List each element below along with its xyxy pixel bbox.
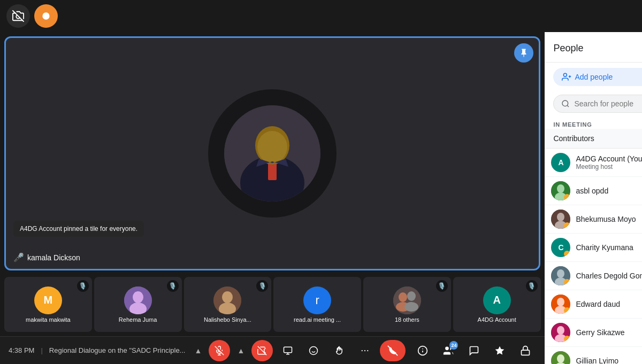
person-avatar: C — [551, 238, 570, 257]
person-avatar — [551, 266, 570, 285]
person-subtitle: Meeting host — [576, 163, 642, 171]
add-people-button[interactable]: Add people — [553, 68, 642, 86]
thumb-name: makwita makwita — [24, 316, 73, 323]
person-row[interactable]: Edward daud — [545, 290, 642, 319]
thumb-a4dg[interactable]: 🎙️ A A4DG Account — [453, 277, 541, 332]
lock-button[interactable] — [515, 340, 536, 361]
person-avatar: A — [551, 153, 570, 172]
cam-chevron[interactable]: ▲ — [234, 344, 247, 357]
panel-header: People ✕ — [545, 32, 642, 63]
person-info: Gerry Sikazwe — [576, 328, 642, 337]
main-area: 🎤 kamala Dickson A4DG Account pinned a t… — [0, 32, 642, 364]
thumbnail-strip: 🎙️ M makwita makwita 🎙️ Rehema Juma — [0, 275, 545, 336]
svg-point-80 — [557, 326, 564, 335]
svg-point-6 — [257, 131, 287, 163]
thumb-nalishebo[interactable]: 🎙️ Nalishebo Sinya... — [184, 277, 272, 332]
thumb-name: Rehema Juma — [117, 316, 159, 323]
thumb-makwita[interactable]: 🎙️ M makwita makwita — [4, 277, 92, 332]
thumb-rehema[interactable]: 🎙️ Rehema Juma — [94, 277, 182, 332]
person-name: Gerry Sikazwe — [576, 328, 642, 337]
svg-point-87 — [557, 354, 564, 363]
search-box[interactable] — [553, 95, 642, 113]
bottom-bar: 4:38 PM | Regional Dialogue on the "SADC… — [0, 336, 545, 364]
svg-rect-37 — [522, 350, 530, 355]
mute-icon: 🎙️ — [256, 280, 268, 292]
svg-point-29 — [364, 350, 365, 351]
svg-rect-22 — [284, 347, 292, 353]
person-name: Charity Kyumana — [576, 243, 642, 252]
person-row[interactable]: Gillian Lyimo — [545, 347, 642, 364]
svg-point-14 — [399, 292, 407, 302]
record-button[interactable] — [34, 4, 58, 28]
thumb-avatar: r — [303, 286, 331, 314]
people-panel-button[interactable]: 24 — [438, 340, 459, 361]
emoji-button[interactable] — [303, 340, 324, 361]
mute-icon: 🎙️ — [436, 280, 448, 292]
people-badge: 24 — [449, 341, 458, 350]
svg-point-11 — [222, 291, 233, 303]
raise-hand-button[interactable] — [328, 340, 350, 361]
thumb-others[interactable]: 🎙️ 18 others — [363, 277, 451, 332]
thumb-avatar: M — [34, 286, 62, 314]
in-meeting-label: IN MEETING — [545, 118, 642, 129]
person-info: A4DG Account (You) Meeting host — [576, 154, 642, 171]
thumb-avatar: A — [483, 286, 511, 314]
svg-point-41 — [562, 100, 568, 106]
info-icon-button[interactable] — [412, 340, 433, 361]
person-name: Edward daud — [576, 300, 642, 308]
person-avatar — [551, 295, 570, 314]
search-icon — [561, 99, 570, 108]
svg-point-25 — [310, 346, 318, 354]
activities-button[interactable] — [489, 340, 510, 361]
person-info: Charles Degold Gomez — [576, 272, 642, 280]
person-info: Bhekumusa Moyo — [576, 215, 642, 223]
svg-line-42 — [568, 105, 569, 107]
pin-button[interactable] — [514, 43, 533, 63]
person-row[interactable]: Gerry Sikazwe — [545, 319, 642, 347]
person-row[interactable]: A A4DG Account (You) Meeting host — [545, 149, 642, 177]
person-row[interactable]: Charles Degold Gomez — [545, 262, 642, 290]
person-avatar — [551, 210, 570, 229]
thumb-name: read.ai meeting ... — [292, 316, 343, 323]
chat-button[interactable] — [463, 340, 485, 361]
svg-point-28 — [362, 350, 363, 351]
person-row[interactable]: C Charity Kyumana — [545, 234, 642, 262]
bottom-right-icons: 24 — [412, 340, 536, 361]
camera-off-button[interactable] — [6, 4, 30, 28]
svg-point-17 — [404, 302, 418, 312]
contributors-row: Contributors 24 — [545, 129, 642, 149]
more-options-button[interactable] — [354, 340, 376, 361]
camera-button[interactable] — [251, 340, 273, 361]
person-avatar — [551, 351, 570, 364]
svg-point-38 — [564, 73, 567, 76]
present-button[interactable] — [277, 340, 299, 361]
mic-chevron[interactable]: ▲ — [192, 344, 204, 357]
main-video: 🎤 kamala Dickson A4DG Account pinned a t… — [4, 36, 540, 270]
time-display: 4:38 PM — [9, 346, 34, 354]
thumb-name: A4DG Account — [476, 316, 518, 323]
svg-line-31 — [388, 345, 398, 355]
person-info: Gillian Lyimo — [576, 357, 642, 364]
people-list: A A4DG Account (You) Meeting host — [545, 149, 642, 364]
top-bar — [0, 0, 642, 32]
person-row[interactable]: asbl opdd — [545, 177, 642, 205]
search-input[interactable] — [574, 99, 642, 108]
meeting-title: Regional Dialogue on the "SADC Principle… — [49, 346, 186, 354]
participant-name-label: 🎤 kamala Dickson — [13, 252, 80, 262]
person-name: A4DG Account (You) — [576, 154, 642, 163]
person-row[interactable]: Bhekumusa Moyo — [545, 205, 642, 234]
svg-marker-36 — [495, 346, 505, 354]
bottom-controls: ▲ ▲ — [192, 340, 406, 361]
thumb-name: Nalishebo Sinya... — [202, 316, 254, 323]
svg-point-66 — [557, 269, 564, 278]
svg-line-0 — [13, 11, 24, 21]
mute-icon: 🎙️ — [526, 280, 538, 292]
toast-notification: A4DG Account pinned a tile for everyone. — [13, 221, 144, 237]
end-call-button[interactable] — [380, 340, 406, 361]
mic-button[interactable] — [209, 340, 230, 361]
thumb-readai[interactable]: r read.ai meeting ... — [273, 277, 361, 332]
svg-point-48 — [557, 184, 564, 193]
separator: | — [41, 346, 42, 354]
svg-point-55 — [557, 213, 564, 221]
person-avatar — [551, 323, 570, 342]
